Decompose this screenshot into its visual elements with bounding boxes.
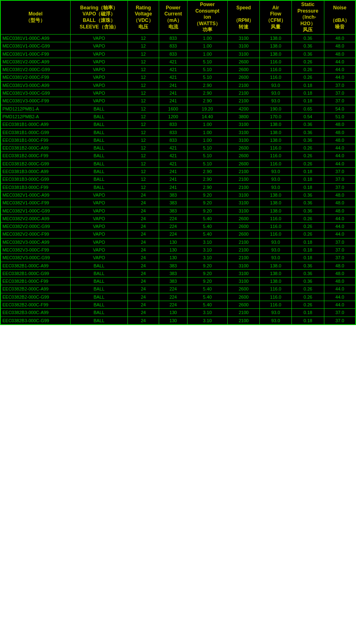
data-cell: 0.36 [291,199,324,207]
model-cell: EEC0382B1-000C-A99 [0,262,70,269]
data-cell: BALL [70,136,127,144]
table-row: MEC0382V1-000C-F99VAPO243839.203100138.0… [0,199,356,207]
data-cell: 116.0 [260,74,291,81]
data-cell: 2600 [227,66,259,74]
data-cell: 138.0 [260,34,291,42]
model-cell: MEC0381V2-000C-G99 [0,66,70,74]
model-cell: MEC0382V1-000C-A99 [0,191,70,199]
data-cell: 2100 [227,317,259,325]
data-cell: 2100 [227,238,259,246]
data-cell: 37.0 [324,176,356,183]
data-cell: BALL [70,128,127,136]
data-cell: 44.0 [324,293,356,301]
model-cell: MEC0382V2-000C-G99 [0,223,70,230]
data-cell: 5.40 [187,293,227,301]
data-cell: 37.0 [324,183,356,191]
data-cell: VAPO [70,97,127,105]
data-cell: 24 [127,309,159,317]
data-cell: 12 [127,66,159,74]
data-cell: 9.20 [187,191,227,199]
data-cell: 3.10 [187,238,227,246]
data-cell: VAPO [70,246,127,254]
data-cell: 24 [127,254,159,262]
data-cell: 421 [159,74,187,81]
model-cell: EEC0381B1-000C-F99 [0,136,70,144]
data-cell: 1200 [159,113,187,120]
data-cell: 3100 [227,269,259,277]
data-cell: 5.40 [187,215,227,222]
data-cell: BALL [70,278,127,285]
data-cell: 3.10 [187,254,227,262]
data-cell: 12 [127,42,159,50]
data-cell: 44.0 [324,230,356,238]
data-cell: 0.18 [291,176,324,183]
data-cell: 12 [127,34,159,42]
data-cell: 93.0 [260,81,291,89]
data-cell: BALL [70,168,127,176]
table-row: EEC0381B1-000C-G99BALL128331.003100138.0… [0,128,356,136]
model-cell: EEC0382B1-000C-F99 [0,278,70,285]
data-cell: 24 [127,278,159,285]
data-cell: 24 [127,191,159,199]
col-model-header: Model （型号） [0,0,70,34]
data-cell: 138.0 [260,207,291,215]
data-cell: 24 [127,317,159,325]
col-current-header: Power Current （mA） 电流 [159,0,187,34]
data-cell: 2100 [227,89,259,97]
data-cell: 116.0 [260,230,291,238]
model-cell: EEC0381B1-000C-A99 [0,121,70,128]
data-cell: 0.26 [291,66,324,74]
data-cell: 3100 [227,278,259,285]
data-cell: 93.0 [260,254,291,262]
data-cell: 3.10 [187,246,227,254]
data-cell: VAPO [70,34,127,42]
data-cell: 12 [127,144,159,152]
data-cell: 833 [159,34,187,42]
data-cell: 190.0 [260,105,291,113]
data-cell: 12 [127,160,159,167]
data-cell: 48.0 [324,278,356,285]
data-cell: 12 [127,183,159,191]
col-bearing-header: Bearing（轴率） VAPO（磁浮） BALL（滚珠） SLEEVE（含油） [70,0,127,34]
data-cell: 383 [159,191,187,199]
col-airflow-header: Air Flow （CFM） 风量 [260,0,291,34]
model-cell: EEC0381B2-000C-F99 [0,152,70,160]
data-cell: 383 [159,278,187,285]
data-cell: 170.0 [260,113,291,120]
table-row: EEC0381B2-000C-G99BALL124215.102600116.0… [0,160,356,167]
data-cell: BALL [70,262,127,269]
data-cell: VAPO [70,207,127,215]
data-cell: 12 [127,97,159,105]
table-row: MEC0382V3-000C-A99VAPO241303.10210093.00… [0,238,356,246]
data-cell: 24 [127,199,159,207]
data-cell: 0.36 [291,136,324,144]
data-cell: 93.0 [260,97,291,105]
data-cell: 24 [127,262,159,269]
data-cell: 48.0 [324,207,356,215]
data-cell: 2600 [227,58,259,65]
col-static-header: Static Pressure （Inch- H2O） 风压 [291,0,324,34]
data-cell: 116.0 [260,215,291,222]
data-cell: 2600 [227,293,259,301]
model-cell: MEC0381V2-000C-F99 [0,74,70,81]
data-cell: VAPO [70,238,127,246]
data-cell: 224 [159,215,187,222]
table-row: MEC0381V3-000C-A99VAPO122412.90210093.00… [0,81,356,89]
data-cell: 0.18 [291,317,324,325]
data-cell: 116.0 [260,301,291,309]
model-cell: EEC0382B1-000C-G99 [0,269,70,277]
data-cell: 0.26 [291,152,324,160]
data-cell: BALL [70,309,127,317]
data-cell: 2.90 [187,176,227,183]
data-cell: 44.0 [324,74,356,81]
model-cell: EEC0382B3-000C-A99 [0,309,70,317]
table-row: MEC0382V2-000C-G99VAPO242245.402600116.0… [0,223,356,230]
table-row: MEC0382V1-000C-G99VAPO243839.203100138.0… [0,207,356,215]
model-cell: PMD1212PMB1-A [0,105,70,113]
data-cell: 2600 [227,215,259,222]
data-cell: 48.0 [324,128,356,136]
data-cell: 241 [159,168,187,176]
data-cell: 44.0 [324,66,356,74]
data-cell: 421 [159,144,187,152]
data-cell: 37.0 [324,254,356,262]
